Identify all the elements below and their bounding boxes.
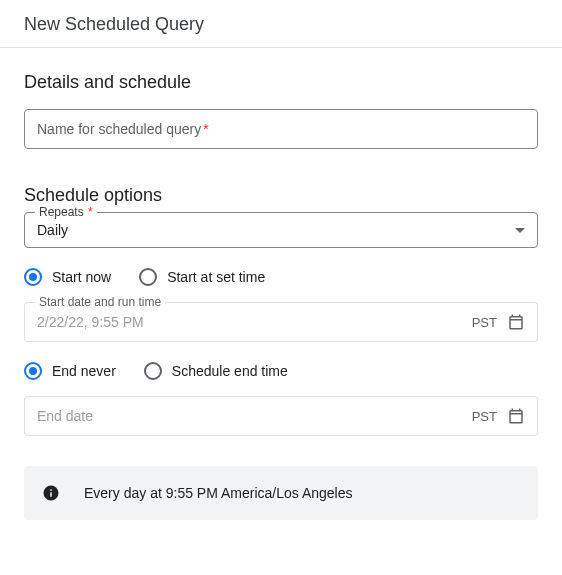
- section-details-title: Details and schedule: [24, 72, 538, 93]
- panel-header: New Scheduled Query: [0, 0, 562, 48]
- scheduled-query-name-input[interactable]: Name for scheduled query*: [24, 109, 538, 149]
- calendar-icon[interactable]: [507, 313, 525, 331]
- radio-start-set-time[interactable]: Start at set time: [139, 268, 265, 286]
- schedule-summary-text: Every day at 9:55 PM America/Los Angeles: [84, 485, 352, 501]
- start-date-label: Start date and run time: [35, 295, 165, 309]
- radio-circle-icon: [24, 362, 42, 380]
- radio-circle-icon: [139, 268, 157, 286]
- input-placeholder: Name for scheduled query*: [37, 121, 209, 137]
- radio-circle-icon: [24, 268, 42, 286]
- end-date-input[interactable]: End date PST: [24, 396, 538, 436]
- calendar-icon[interactable]: [507, 407, 525, 425]
- section-schedule-title: Schedule options: [24, 185, 538, 206]
- repeats-select[interactable]: Repeats * Daily: [24, 212, 538, 248]
- info-icon: [42, 484, 60, 502]
- end-date-placeholder: End date: [37, 408, 464, 424]
- radio-end-set-time[interactable]: Schedule end time: [144, 362, 288, 380]
- radio-label: End never: [52, 363, 116, 379]
- start-date-value: 2/22/22, 9:55 PM: [37, 314, 464, 330]
- repeats-label: Repeats *: [35, 205, 97, 219]
- panel-content: Details and schedule Name for scheduled …: [0, 48, 562, 520]
- radio-label: Start now: [52, 269, 111, 285]
- radio-circle-icon: [144, 362, 162, 380]
- timezone-suffix: PST: [472, 409, 497, 424]
- radio-label: Schedule end time: [172, 363, 288, 379]
- radio-label: Start at set time: [167, 269, 265, 285]
- end-radio-group: End never Schedule end time: [24, 362, 538, 380]
- panel-title: New Scheduled Query: [24, 14, 204, 34]
- repeats-value: Daily: [37, 222, 515, 238]
- chevron-down-icon: [515, 228, 525, 233]
- timezone-suffix: PST: [472, 315, 497, 330]
- schedule-summary-banner: Every day at 9:55 PM America/Los Angeles: [24, 466, 538, 520]
- start-date-input[interactable]: Start date and run time 2/22/22, 9:55 PM…: [24, 302, 538, 342]
- radio-end-never[interactable]: End never: [24, 362, 116, 380]
- radio-start-now[interactable]: Start now: [24, 268, 111, 286]
- start-radio-group: Start now Start at set time: [24, 268, 538, 286]
